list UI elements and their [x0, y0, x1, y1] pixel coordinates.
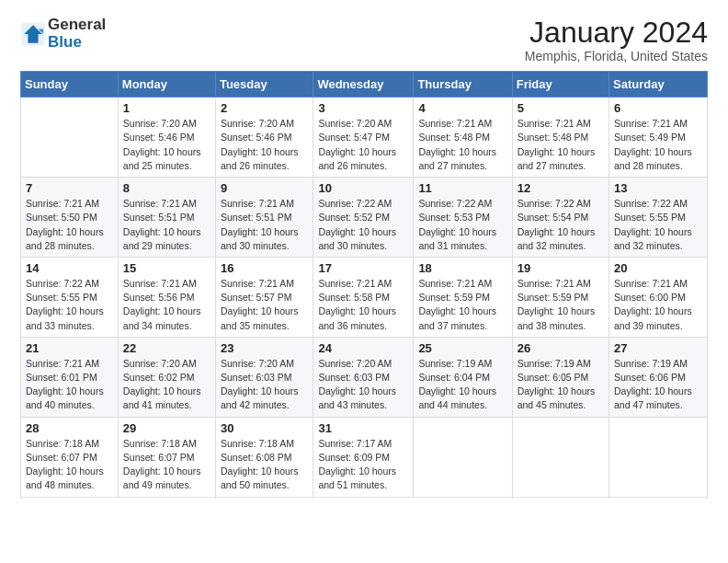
day-number: 14 — [26, 261, 113, 275]
day-number: 18 — [418, 261, 506, 275]
day-info: Sunrise: 7:22 AM Sunset: 5:55 PM Dayligh… — [614, 197, 702, 253]
day-number: 25 — [418, 341, 506, 355]
calendar-cell: 5Sunrise: 7:21 AM Sunset: 5:48 PM Daylig… — [512, 98, 609, 178]
day-number: 2 — [221, 101, 308, 115]
logo-text: General Blue — [48, 17, 106, 51]
day-number: 15 — [123, 261, 210, 275]
calendar-cell — [609, 417, 708, 497]
header-sunday: Sunday — [21, 72, 119, 98]
day-info: Sunrise: 7:20 AM Sunset: 6:03 PM Dayligh… — [318, 357, 408, 413]
day-info: Sunrise: 7:18 AM Sunset: 6:07 PM Dayligh… — [26, 437, 113, 493]
page-header: General Blue January 2024 Memphis, Flori… — [20, 17, 708, 63]
calendar-cell: 10Sunrise: 7:22 AM Sunset: 5:52 PM Dayli… — [313, 178, 414, 258]
calendar-cell: 19Sunrise: 7:21 AM Sunset: 5:59 PM Dayli… — [512, 257, 609, 337]
day-number: 5 — [518, 101, 604, 115]
header-wednesday: Wednesday — [313, 72, 414, 98]
day-number: 10 — [318, 181, 408, 195]
day-number: 3 — [318, 101, 408, 115]
calendar-cell: 12Sunrise: 7:22 AM Sunset: 5:54 PM Dayli… — [512, 178, 609, 258]
day-info: Sunrise: 7:21 AM Sunset: 5:51 PM Dayligh… — [221, 197, 308, 253]
calendar-cell: 30Sunrise: 7:18 AM Sunset: 6:08 PM Dayli… — [215, 417, 313, 497]
calendar-cell: 22Sunrise: 7:20 AM Sunset: 6:02 PM Dayli… — [118, 337, 215, 417]
day-number: 24 — [318, 341, 408, 355]
calendar-week-row: 14Sunrise: 7:22 AM Sunset: 5:55 PM Dayli… — [21, 257, 708, 337]
day-number: 7 — [26, 181, 113, 195]
calendar-cell: 26Sunrise: 7:19 AM Sunset: 6:05 PM Dayli… — [512, 337, 609, 417]
calendar-cell: 18Sunrise: 7:21 AM Sunset: 5:59 PM Dayli… — [414, 257, 512, 337]
calendar-cell: 20Sunrise: 7:21 AM Sunset: 6:00 PM Dayli… — [609, 257, 708, 337]
logo-blue-text: Blue — [48, 34, 106, 52]
header-tuesday: Tuesday — [215, 72, 313, 98]
header-thursday: Thursday — [414, 72, 512, 98]
calendar-cell: 3Sunrise: 7:20 AM Sunset: 5:47 PM Daylig… — [313, 98, 414, 178]
calendar-cell: 2Sunrise: 7:20 AM Sunset: 5:46 PM Daylig… — [215, 98, 313, 178]
day-number: 11 — [418, 181, 506, 195]
calendar-cell: 28Sunrise: 7:18 AM Sunset: 6:07 PM Dayli… — [21, 417, 119, 497]
calendar-cell: 11Sunrise: 7:22 AM Sunset: 5:53 PM Dayli… — [414, 178, 512, 258]
day-info: Sunrise: 7:22 AM Sunset: 5:55 PM Dayligh… — [26, 277, 113, 333]
month-title: January 2024 — [525, 17, 708, 49]
day-info: Sunrise: 7:21 AM Sunset: 5:50 PM Dayligh… — [26, 197, 113, 253]
calendar-cell: 29Sunrise: 7:18 AM Sunset: 6:07 PM Dayli… — [118, 417, 215, 497]
calendar-cell: 1Sunrise: 7:20 AM Sunset: 5:46 PM Daylig… — [118, 98, 215, 178]
calendar-cell: 23Sunrise: 7:20 AM Sunset: 6:03 PM Dayli… — [215, 337, 313, 417]
calendar-cell: 13Sunrise: 7:22 AM Sunset: 5:55 PM Dayli… — [609, 178, 708, 258]
day-info: Sunrise: 7:20 AM Sunset: 6:03 PM Dayligh… — [221, 357, 308, 413]
day-number: 23 — [221, 341, 308, 355]
calendar-table: Sunday Monday Tuesday Wednesday Thursday… — [20, 71, 708, 497]
day-info: Sunrise: 7:22 AM Sunset: 5:53 PM Dayligh… — [418, 197, 506, 253]
day-info: Sunrise: 7:22 AM Sunset: 5:52 PM Dayligh… — [318, 197, 408, 253]
day-info: Sunrise: 7:18 AM Sunset: 6:08 PM Dayligh… — [221, 437, 308, 493]
day-number: 27 — [614, 341, 702, 355]
day-info: Sunrise: 7:21 AM Sunset: 5:49 PM Dayligh… — [614, 117, 702, 173]
day-number: 28 — [26, 421, 113, 435]
day-info: Sunrise: 7:20 AM Sunset: 5:46 PM Dayligh… — [221, 117, 308, 173]
day-number: 20 — [614, 261, 702, 275]
calendar-cell: 14Sunrise: 7:22 AM Sunset: 5:55 PM Dayli… — [21, 257, 119, 337]
day-number: 16 — [221, 261, 308, 275]
calendar-cell: 15Sunrise: 7:21 AM Sunset: 5:56 PM Dayli… — [118, 257, 215, 337]
day-info: Sunrise: 7:20 AM Sunset: 6:02 PM Dayligh… — [123, 357, 210, 413]
day-number: 8 — [123, 181, 210, 195]
day-info: Sunrise: 7:21 AM Sunset: 5:57 PM Dayligh… — [221, 277, 308, 333]
day-info: Sunrise: 7:19 AM Sunset: 6:04 PM Dayligh… — [418, 357, 506, 413]
header-friday: Friday — [512, 72, 609, 98]
day-number: 21 — [26, 341, 113, 355]
day-number: 6 — [614, 101, 702, 115]
title-area: January 2024 Memphis, Florida, United St… — [525, 17, 708, 63]
day-info: Sunrise: 7:22 AM Sunset: 5:54 PM Dayligh… — [518, 197, 604, 253]
calendar-cell: 7Sunrise: 7:21 AM Sunset: 5:50 PM Daylig… — [21, 178, 119, 258]
day-number: 26 — [518, 341, 604, 355]
day-info: Sunrise: 7:21 AM Sunset: 5:59 PM Dayligh… — [418, 277, 506, 333]
calendar-cell: 25Sunrise: 7:19 AM Sunset: 6:04 PM Dayli… — [414, 337, 512, 417]
calendar-cell — [21, 98, 119, 178]
day-info: Sunrise: 7:21 AM Sunset: 5:58 PM Dayligh… — [318, 277, 408, 333]
day-info: Sunrise: 7:18 AM Sunset: 6:07 PM Dayligh… — [123, 437, 210, 493]
day-info: Sunrise: 7:19 AM Sunset: 6:06 PM Dayligh… — [614, 357, 702, 413]
day-number: 12 — [518, 181, 604, 195]
day-info: Sunrise: 7:21 AM Sunset: 5:51 PM Dayligh… — [123, 197, 210, 253]
day-info: Sunrise: 7:21 AM Sunset: 5:56 PM Dayligh… — [123, 277, 210, 333]
header-saturday: Saturday — [609, 72, 708, 98]
day-number: 22 — [123, 341, 210, 355]
calendar-cell — [512, 417, 609, 497]
calendar-cell: 31Sunrise: 7:17 AM Sunset: 6:09 PM Dayli… — [313, 417, 414, 497]
calendar-page: General Blue January 2024 Memphis, Flori… — [0, 0, 728, 514]
day-number: 19 — [518, 261, 604, 275]
calendar-cell: 24Sunrise: 7:20 AM Sunset: 6:03 PM Dayli… — [313, 337, 414, 417]
day-info: Sunrise: 7:17 AM Sunset: 6:09 PM Dayligh… — [318, 437, 408, 493]
logo-general-text: General — [48, 17, 106, 34]
day-number: 1 — [123, 101, 210, 115]
calendar-cell — [414, 417, 512, 497]
calendar-week-row: 1Sunrise: 7:20 AM Sunset: 5:46 PM Daylig… — [21, 98, 708, 178]
day-number: 31 — [318, 421, 408, 435]
day-info: Sunrise: 7:21 AM Sunset: 5:48 PM Dayligh… — [518, 117, 604, 173]
weekday-header-row: Sunday Monday Tuesday Wednesday Thursday… — [21, 72, 708, 98]
day-info: Sunrise: 7:21 AM Sunset: 6:00 PM Dayligh… — [614, 277, 702, 333]
calendar-cell: 9Sunrise: 7:21 AM Sunset: 5:51 PM Daylig… — [215, 178, 313, 258]
calendar-cell: 4Sunrise: 7:21 AM Sunset: 5:48 PM Daylig… — [414, 98, 512, 178]
day-number: 29 — [123, 421, 210, 435]
calendar-cell: 27Sunrise: 7:19 AM Sunset: 6:06 PM Dayli… — [609, 337, 708, 417]
calendar-cell: 17Sunrise: 7:21 AM Sunset: 5:58 PM Dayli… — [313, 257, 414, 337]
calendar-cell: 21Sunrise: 7:21 AM Sunset: 6:01 PM Dayli… — [21, 337, 119, 417]
